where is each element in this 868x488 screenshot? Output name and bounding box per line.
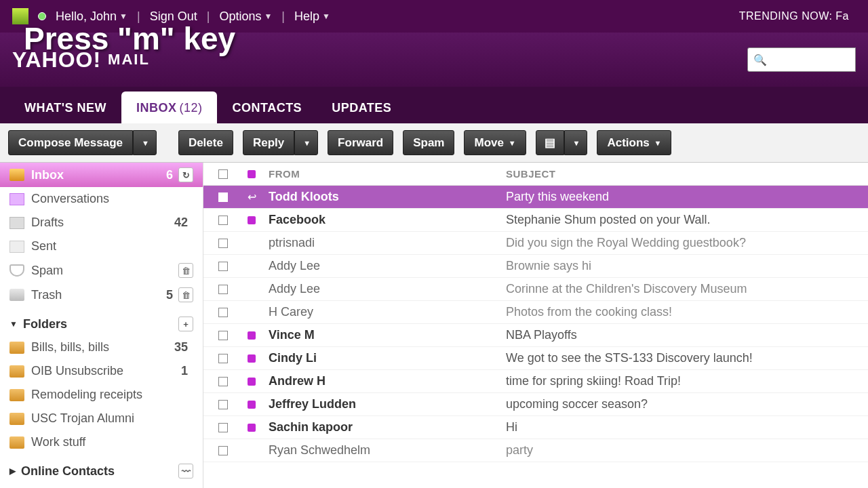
- main-tabs: WHAT'S NEWINBOX(12)CONTACTSUPDATES: [0, 87, 868, 123]
- sent-icon: [9, 241, 24, 253]
- empty-icon[interactable]: 🗑: [178, 287, 193, 302]
- message-subject: NBA Playoffs: [503, 328, 863, 342]
- delete-button[interactable]: Delete: [178, 130, 233, 155]
- contacts-action-button[interactable]: 〰: [178, 464, 193, 479]
- select-all-checkbox[interactable]: [218, 169, 228, 179]
- spam-button[interactable]: Spam: [403, 130, 454, 155]
- sidebar-count: 42: [174, 216, 188, 230]
- app-logo-icon: [12, 8, 28, 24]
- message-row[interactable]: Addy LeeCorinne at the Children's Discov…: [203, 278, 868, 301]
- unread-filter-icon[interactable]: [248, 170, 256, 178]
- sidebar-conv[interactable]: Conversations: [0, 187, 203, 211]
- message-row[interactable]: Andrew Htime for spring skiing! Road Tri…: [203, 370, 868, 393]
- move-button[interactable]: Move ▼: [464, 130, 526, 155]
- sidebar-spam[interactable]: Spam🗑: [0, 258, 203, 283]
- view-toggle-button[interactable]: ▤: [536, 130, 564, 155]
- message-row[interactable]: ptrisnadiDid you sign the Royal Wedding …: [203, 232, 868, 255]
- message-subject: Party this weekend: [503, 190, 863, 204]
- row-checkbox[interactable]: [218, 354, 228, 363]
- message-row[interactable]: FacebookStephanie Shum posted on your Wa…: [203, 209, 868, 232]
- row-checkbox[interactable]: [218, 285, 228, 294]
- message-list-header: FROM SUBJECT: [203, 163, 868, 186]
- greeting-menu[interactable]: Hello, John ▼: [52, 9, 132, 24]
- sidebar-item-label: Bills, bills, bills: [31, 340, 109, 354]
- refresh-icon[interactable]: ↻: [178, 167, 193, 182]
- column-from[interactable]: FROM: [266, 168, 503, 180]
- row-checkbox[interactable]: [218, 239, 228, 248]
- greeting-label: Hello, John: [56, 9, 117, 24]
- sidebar-sent[interactable]: Sent: [0, 235, 203, 258]
- compose-dropdown[interactable]: ▼: [133, 130, 157, 155]
- row-checkbox[interactable]: [218, 262, 228, 271]
- reply-button[interactable]: Reply: [243, 130, 294, 155]
- folders-header[interactable]: ▼ Folders +: [0, 307, 203, 336]
- online-contacts-header[interactable]: ▶ Online Contacts 〰: [0, 454, 203, 483]
- message-subject: upcoming soccer season?: [503, 397, 863, 411]
- message-list: FROM SUBJECT ↩Todd KlootsParty this week…: [203, 163, 868, 488]
- sidebar-inbox[interactable]: Inbox6↻: [0, 163, 203, 187]
- message-from: Ryan Schwedhelm: [266, 443, 503, 458]
- signout-link[interactable]: Sign Out: [146, 9, 201, 24]
- row-checkbox[interactable]: [218, 192, 228, 202]
- row-checkbox[interactable]: [218, 331, 228, 340]
- list-view-icon: ▤: [545, 136, 555, 150]
- inbox-icon: [9, 169, 24, 181]
- message-row[interactable]: Vince MNBA Playoffs: [203, 324, 868, 347]
- empty-icon[interactable]: 🗑: [178, 263, 193, 278]
- actions-menu[interactable]: Actions ▼: [597, 130, 671, 155]
- action-toolbar: Compose Message ▼ Delete Reply ▼ Forward…: [0, 123, 868, 163]
- message-from: Andrew H: [266, 374, 503, 388]
- message-row[interactable]: H CareyPhotos from the cooking class!: [203, 301, 868, 324]
- message-from: Vince M: [266, 328, 503, 342]
- message-subject: Stephanie Shum posted on your Wall.: [503, 213, 863, 227]
- message-from: Sachin kapoor: [266, 420, 503, 434]
- sidebar-folder[interactable]: Bills, bills, bills35: [0, 336, 203, 359]
- message-row[interactable]: Ryan Schwedhelmparty: [203, 439, 868, 462]
- column-subject[interactable]: SUBJECT: [503, 168, 863, 180]
- row-checkbox[interactable]: [218, 308, 228, 317]
- sidebar-item-label: Sent: [31, 239, 56, 253]
- message-row[interactable]: Sachin kapoorHi: [203, 416, 868, 439]
- add-folder-button[interactable]: +: [178, 317, 193, 331]
- brand-logo: YAHOO!: [12, 47, 101, 73]
- row-checkbox[interactable]: [218, 400, 228, 409]
- sidebar-item-label: Spam: [31, 264, 63, 278]
- reply-arrow-icon: ↩: [248, 190, 256, 203]
- caret-down-icon: ▼: [9, 319, 18, 329]
- search-box[interactable]: 🔍: [747, 47, 856, 72]
- chevron-down-icon: ▼: [654, 139, 662, 147]
- sidebar-folder[interactable]: Work stuff: [0, 430, 203, 454]
- sidebar-drafts[interactable]: Drafts42: [0, 211, 203, 235]
- sidebar-folder[interactable]: USC Trojan Alumni: [0, 407, 203, 430]
- sidebar-folder[interactable]: OIB Unsubscribe1: [0, 359, 203, 383]
- unread-dot-icon: [248, 331, 256, 340]
- help-menu[interactable]: Help ▼: [290, 9, 334, 24]
- row-checkbox[interactable]: [218, 423, 228, 432]
- message-row[interactable]: Jeffrey Luddenupcoming soccer season?: [203, 393, 868, 416]
- compose-button[interactable]: Compose Message: [8, 130, 133, 155]
- message-row[interactable]: Addy LeeBrownie says hi: [203, 255, 868, 278]
- message-from: Todd Kloots: [266, 190, 503, 204]
- tab-inbox[interactable]: INBOX(12): [121, 92, 218, 123]
- message-subject: Did you sign the Royal Wedding guestbook…: [503, 236, 863, 250]
- message-from: Cindy Li: [266, 351, 503, 365]
- tab-contacts[interactable]: CONTACTS: [217, 92, 317, 123]
- message-row[interactable]: Cindy LiWe got to see the STS-133 Discov…: [203, 347, 868, 370]
- reply-dropdown[interactable]: ▼: [294, 130, 318, 155]
- tab-updates[interactable]: UPDATES: [317, 92, 406, 123]
- view-toggle-dropdown[interactable]: ▼: [564, 130, 588, 155]
- sidebar-trash[interactable]: Trash5🗑: [0, 283, 203, 307]
- row-checkbox[interactable]: [218, 216, 228, 225]
- forward-button[interactable]: Forward: [328, 130, 393, 155]
- sidebar-folder[interactable]: Remodeling receipts: [0, 383, 203, 407]
- row-checkbox[interactable]: [218, 377, 228, 386]
- search-input[interactable]: [771, 54, 850, 66]
- trash-icon: [9, 289, 24, 301]
- message-row[interactable]: ↩Todd KlootsParty this weekend: [203, 186, 868, 209]
- tab-what-s-new[interactable]: WHAT'S NEW: [9, 92, 121, 123]
- search-icon: 🔍: [753, 54, 767, 66]
- options-menu[interactable]: Options ▼: [215, 9, 276, 24]
- row-checkbox[interactable]: [218, 446, 228, 455]
- logo-row: YAHOO! MAIL 🔍: [0, 33, 868, 87]
- conv-icon: [9, 193, 24, 205]
